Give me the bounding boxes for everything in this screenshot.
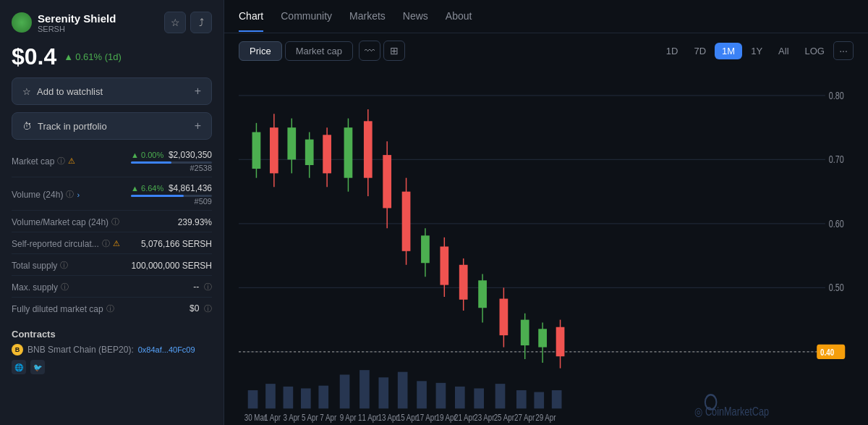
star-button[interactable]: ☆ [164,12,186,33]
social-icons: 🌐 🐦 [12,360,212,374]
svg-rect-30 [402,192,411,251]
star-icon: ☆ [22,86,31,97]
contract-address[interactable]: 0x84af...40Fc09 [138,345,195,354]
svg-rect-51 [318,386,328,409]
max-supply-info-icon[interactable]: ⓘ [61,282,69,293]
coin-name: Serenity Shield [38,12,116,25]
watchlist-label-wrap: ☆ Add to watchlist [22,86,103,97]
contracts-title: Contracts [12,329,212,340]
volume-expand-icon[interactable]: › [77,190,80,199]
svg-text:15 Apr: 15 Apr [397,412,417,421]
portfolio-label: Track in portfolio [38,121,107,132]
svg-rect-63 [552,390,562,408]
price-value: $0.4 [12,43,56,70]
svg-rect-48 [265,384,276,408]
svg-text:9 Apr: 9 Apr [340,412,357,421]
nav-chart[interactable]: Chart [239,1,263,32]
volume-info-icon[interactable]: ⓘ [66,189,74,200]
svg-text:◎ CoinMarketCap: ◎ CoinMarketCap [694,405,769,418]
max-supply-detail-icon[interactable]: ⓘ [204,282,212,291]
add-watchlist-button[interactable]: ☆ Add to watchlist + [12,77,212,105]
svg-text:5 Apr: 5 Apr [302,412,318,421]
svg-rect-62 [534,392,544,408]
volume-label: Volume (24h) ⓘ › [12,189,80,200]
chart-controls: Price Market cap 〰 ⊞ 1D 7D 1M 1Y All LOG… [224,33,868,68]
all-button[interactable]: All [771,43,796,59]
svg-text:27 Apr: 27 Apr [514,412,535,421]
coin-name-block: Serenity Shield SERSH [38,12,116,33]
svg-rect-16 [270,127,278,173]
svg-text:0.70: 0.70 [829,154,844,166]
svg-text:30 Mar: 30 Mar [244,412,267,421]
fdmc-value: $0 ⓘ [190,303,212,314]
track-portfolio-button[interactable]: ⏱ Track in portfolio + [12,112,212,140]
svg-rect-36 [459,265,468,300]
svg-text:1 Apr: 1 Apr [264,412,281,421]
contracts-section: Contracts B BNB Smart Chain (BEP20): 0x8… [12,329,212,374]
line-chart-button[interactable]: 〰 [359,41,380,61]
total-supply-info-icon[interactable]: ⓘ [60,260,68,271]
more-button[interactable]: ··· [833,41,854,60]
twitter-icon[interactable]: 🐦 [30,360,45,374]
svg-rect-22 [323,135,331,173]
svg-rect-58 [455,387,465,408]
fdmc-info-icon[interactable]: ⓘ [106,303,114,314]
1m-button[interactable]: 1M [715,43,742,59]
svg-rect-46 [556,327,565,356]
max-supply-row: Max. supply ⓘ -- ⓘ [12,282,212,298]
portfolio-plus-icon: + [195,119,201,132]
max-supply-value: -- ⓘ [193,282,212,293]
svg-text:19 Apr: 19 Apr [436,412,456,421]
1y-button[interactable]: 1Y [744,43,770,59]
circulating-value: 5,076,166 SERSH [141,239,212,249]
svg-rect-14 [252,132,261,169]
svg-rect-42 [521,320,529,345]
vol-mkt-label: Volume/Market cap (24h) ⓘ [12,216,119,227]
total-supply-row: Total supply ⓘ 100,000,000 SERSH [12,260,212,276]
volume-rank: #509 [131,197,212,206]
price-change-value: 0.61% (1d) [75,51,122,62]
svg-rect-32 [421,235,430,263]
svg-text:17 Apr: 17 Apr [416,412,436,421]
chart-icon-buttons: 〰 ⊞ [359,41,405,61]
fdmc-label: Fully diluted market cap ⓘ [12,303,114,314]
watchlist-label: Add to watchlist [37,86,103,97]
fdmc-detail-icon[interactable]: ⓘ [204,304,212,313]
svg-rect-56 [417,381,427,408]
svg-rect-38 [478,280,487,308]
nav-about[interactable]: About [446,1,472,32]
marketcap-type-button[interactable]: Market cap [285,41,353,61]
vol-mkt-info-icon[interactable]: ⓘ [111,216,119,227]
market-cap-warn-icon: ⚠ [68,156,75,166]
svg-rect-26 [364,121,373,177]
globe-icon[interactable]: 🌐 [12,360,26,374]
nav-markets[interactable]: Markets [349,1,386,32]
vol-mkt-row: Volume/Market cap (24h) ⓘ 239.93% [12,216,212,232]
market-cap-info-icon[interactable]: ⓘ [57,156,65,167]
portfolio-label-wrap: ⏱ Track in portfolio [22,121,107,132]
svg-rect-53 [359,370,370,408]
portfolio-icon: ⏱ [22,121,32,132]
svg-text:23 Apr: 23 Apr [474,412,494,421]
circulating-label: Self-reported circulat... ⓘ ⚠ [12,238,120,249]
svg-text:0.50: 0.50 [829,282,844,294]
candle-chart-button[interactable]: ⊞ [383,41,405,61]
circ-warn-icon: ⚠ [113,239,120,248]
nav-community[interactable]: Community [281,1,332,32]
top-nav: Chart Community Markets News About [224,0,868,33]
volume-value: ▲ 6.64% $4,861,436 #509 [131,183,212,206]
log-button[interactable]: LOG [798,43,832,59]
svg-rect-61 [516,390,527,408]
circulating-row: Self-reported circulat... ⓘ ⚠ 5,076,166 … [12,238,212,254]
share-button[interactable]: ⤴ [190,12,212,33]
contract-row: B BNB Smart Chain (BEP20): 0x84af...40Fc… [12,344,212,355]
circ-info-icon[interactable]: ⓘ [102,238,110,249]
svg-text:25 Apr: 25 Apr [494,412,514,421]
7d-button[interactable]: 7D [686,43,713,59]
svg-text:3 Apr: 3 Apr [284,412,300,421]
price-type-button[interactable]: Price [239,41,282,61]
nav-news[interactable]: News [403,1,428,32]
price-change: ▲ 0.61% (1d) [64,51,121,62]
1d-button[interactable]: 1D [659,43,686,59]
svg-rect-40 [500,299,509,336]
